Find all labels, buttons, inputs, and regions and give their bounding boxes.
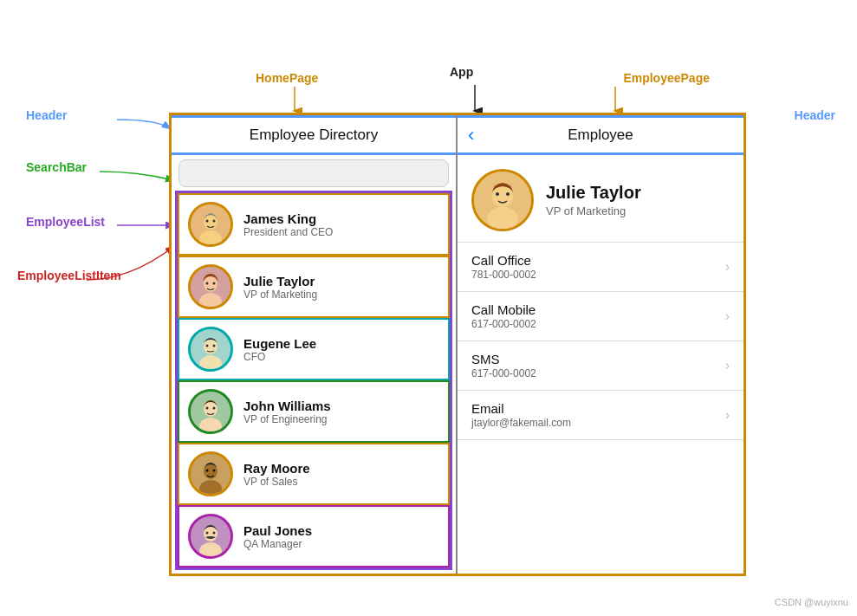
search-bar-container	[179, 159, 449, 187]
list-item[interactable]: John Williams VP of Engineering	[178, 380, 450, 443]
detail-avatar	[471, 169, 534, 231]
svg-point-18	[206, 407, 209, 410]
label-employeepage: EmployeePage	[623, 71, 710, 85]
employee-avatar	[188, 451, 233, 496]
employee-title: VP of Engineering	[243, 413, 331, 425]
contact-item[interactable]: Call Mobile 617-000-0002 ›	[458, 292, 743, 341]
employee-info: Ray Moore VP of Sales	[243, 461, 310, 488]
phone-right: ‹ Employee	[458, 115, 743, 574]
chevron-right-icon: ›	[725, 259, 730, 275]
chevron-right-icon: ›	[725, 308, 730, 324]
employee-title: VP of Sales	[243, 476, 310, 488]
employee-info: Eugene Lee CFO	[243, 336, 316, 363]
back-button[interactable]: ‹	[468, 124, 474, 146]
right-header-title: Employee	[458, 126, 743, 144]
employee-title: President and CEO	[243, 226, 333, 238]
label-searchbar: SearchBar	[26, 160, 87, 174]
contact-item[interactable]: SMS 617-000-0002 ›	[458, 341, 743, 391]
label-employeelist: EmployeeList	[26, 215, 105, 229]
chevron-right-icon: ›	[725, 407, 730, 423]
list-item[interactable]: James King President and CEO	[178, 193, 450, 256]
phones-wrapper: Employee Directory James King President …	[169, 113, 746, 576]
svg-point-13	[206, 345, 209, 347]
label-header-right: Header	[795, 108, 835, 122]
contact-item[interactable]: Call Office 781-000-0002 ›	[458, 243, 743, 292]
label-employeelistitem: EmployeeListItem	[17, 269, 121, 282]
employee-list: James King President and CEO Julie Taylo…	[175, 191, 452, 570]
employee-avatar	[188, 389, 233, 434]
contact-label: SMS	[471, 352, 536, 366]
svg-point-8	[206, 282, 209, 285]
contact-info: SMS 617-000-0002	[471, 352, 536, 379]
contact-value: 617-000-0002	[471, 318, 536, 330]
contact-value: 781-000-0002	[471, 269, 536, 281]
contact-list: Call Office 781-000-0002 › Call Mobile 6…	[458, 243, 743, 440]
label-header-left: Header	[26, 108, 67, 122]
detail-profile: Julie Taylor VP of Marketing	[458, 155, 743, 243]
svg-point-29	[213, 532, 216, 535]
employee-name: Eugene Lee	[243, 336, 316, 351]
employee-name: James King	[243, 211, 333, 226]
canvas: Header Header SearchBar EmployeeList Emp…	[0, 0, 857, 616]
contact-label: Call Mobile	[471, 302, 536, 317]
employee-avatar	[188, 264, 233, 309]
avatar-illustration	[474, 172, 531, 229]
phone-left: Employee Directory James King President …	[172, 115, 458, 574]
employee-title: VP of Marketing	[243, 289, 317, 301]
svg-point-9	[213, 282, 216, 285]
left-header-title: Employee Directory	[250, 126, 378, 143]
left-phone-header: Employee Directory	[172, 115, 456, 155]
contact-item[interactable]: Email jtaylor@fakemail.com ›	[458, 391, 743, 440]
contact-value: jtaylor@fakemail.com	[471, 417, 571, 429]
employee-info: John Williams VP of Engineering	[243, 399, 331, 425]
svg-point-34	[506, 192, 510, 196]
label-app: App	[450, 65, 473, 79]
contact-info: Call Mobile 617-000-0002	[471, 302, 536, 330]
contact-label: Call Office	[471, 253, 536, 268]
list-item[interactable]: Julie Taylor VP of Marketing	[178, 256, 450, 318]
employee-name: Julie Taylor	[243, 274, 317, 289]
svg-point-33	[496, 192, 499, 196]
employee-avatar	[188, 514, 233, 559]
employee-avatar	[188, 327, 233, 372]
contact-value: 617-000-0002	[471, 367, 536, 379]
label-homepage: HomePage	[256, 71, 318, 85]
employee-title: CFO	[243, 351, 316, 363]
list-item[interactable]: Eugene Lee CFO	[178, 318, 450, 380]
svg-point-4	[213, 220, 216, 223]
employee-title: QA Manager	[243, 538, 312, 550]
chevron-right-icon: ›	[725, 358, 730, 373]
svg-point-24	[213, 470, 216, 472]
employee-avatar	[188, 202, 233, 247]
svg-point-3	[206, 220, 209, 223]
svg-point-28	[206, 532, 209, 535]
right-phone-header: ‹ Employee	[458, 115, 743, 155]
employee-name: Ray Moore	[243, 461, 310, 476]
contact-label: Email	[471, 401, 571, 416]
employee-name: John Williams	[243, 399, 331, 413]
svg-point-19	[213, 407, 216, 410]
detail-emp-info: Julie Taylor VP of Marketing	[546, 183, 641, 217]
svg-point-23	[206, 470, 209, 472]
svg-point-14	[213, 345, 216, 347]
employee-info: Julie Taylor VP of Marketing	[243, 274, 317, 301]
list-item[interactable]: Paul Jones QA Manager	[178, 505, 450, 567]
contact-info: Email jtaylor@fakemail.com	[471, 401, 571, 429]
watermark: CSDN @wuyixnu	[775, 597, 848, 607]
employee-name: Paul Jones	[243, 523, 312, 538]
employee-info: Paul Jones QA Manager	[243, 523, 312, 550]
list-item[interactable]: Ray Moore VP of Sales	[178, 443, 450, 505]
contact-info: Call Office 781-000-0002	[471, 253, 536, 281]
detail-name: Julie Taylor	[546, 183, 641, 203]
search-input[interactable]	[186, 166, 441, 180]
detail-emp-title: VP of Marketing	[546, 204, 641, 217]
employee-info: James King President and CEO	[243, 211, 333, 238]
